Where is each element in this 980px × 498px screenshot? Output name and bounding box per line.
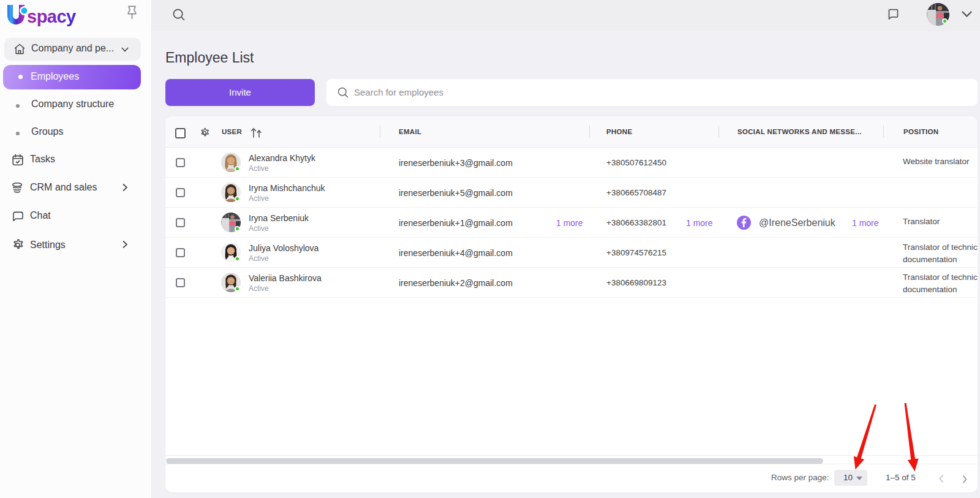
svg-text:spacy: spacy	[27, 7, 76, 26]
